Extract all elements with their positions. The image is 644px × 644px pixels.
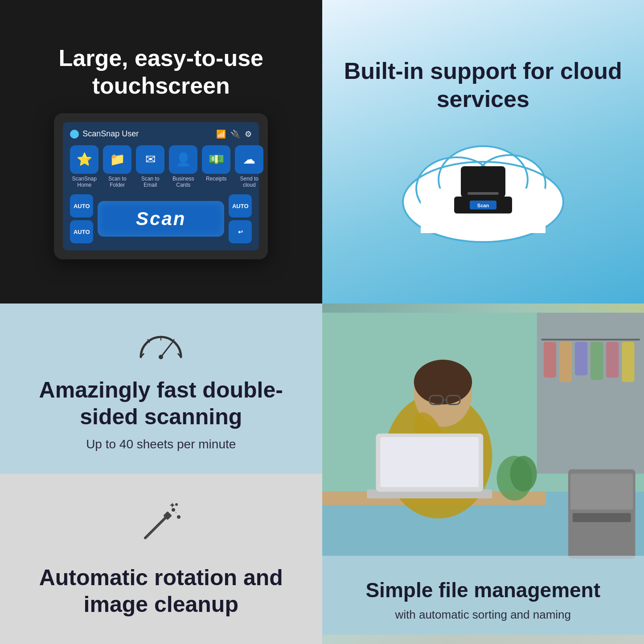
wifi-icon: 📶 [216, 129, 226, 139]
svg-rect-31 [537, 313, 644, 474]
cloud-container: Scan [394, 131, 572, 246]
auto-btn-3[interactable]: AUTO [229, 194, 252, 217]
fast-scan-subtitle: Up to 40 sheets per minute [86, 437, 236, 451]
cloud-svg: Scan [394, 131, 572, 246]
magic-wand-icon: ✦ · · [134, 500, 188, 551]
svg-rect-33 [543, 342, 556, 377]
touchscreen-title: Large, easy-to-use touchscreen [18, 44, 304, 100]
svg-rect-37 [606, 342, 619, 377]
svg-rect-10 [468, 192, 499, 195]
scan-row: AUTO AUTO Scan AUTO ↩ [70, 194, 252, 243]
svg-text:Scan: Scan [477, 203, 489, 208]
cell-left-bottom: Amazingly fast double-sided scanning Up … [0, 304, 322, 644]
auto-btn-2[interactable]: AUTO [70, 220, 93, 243]
business-cards-icon[interactable]: 👤 [169, 145, 197, 174]
screen-user: ScanSnap User [70, 129, 139, 139]
svg-rect-52 [572, 513, 630, 522]
gear-icon: ⚙ [245, 129, 252, 139]
scan-email-label: Scan to Email [136, 176, 164, 189]
app-icons-row: ⭐ ScanSnap Home 📁 Scan to Folder ✉ Scan … [70, 145, 252, 189]
receipts-label: Receipts [206, 176, 227, 182]
svg-line-21 [145, 516, 168, 538]
svg-line-19 [161, 343, 172, 357]
speedometer-icon [134, 326, 188, 363]
main-grid: Large, easy-to-use touchscreen ScanSnap … [0, 0, 644, 644]
app-business-cards[interactable]: 👤 Business Cards [169, 145, 197, 189]
screen-header: ScanSnap User 📶 🔌 ⚙ [70, 129, 252, 139]
svg-point-24 [177, 515, 180, 519]
app-scansnap-home[interactable]: ⭐ ScanSnap Home [70, 145, 98, 189]
svg-rect-38 [622, 342, 634, 382]
scansnap-home-icon[interactable]: ⭐ [70, 145, 98, 174]
usb-icon: 🔌 [230, 129, 240, 139]
file-mgmt-subtitle: with automatic sorting and naming [345, 608, 622, 622]
fast-scan-title: Amazingly fast double-sided scanning [22, 377, 300, 430]
receipts-icon[interactable]: 💵 [202, 145, 230, 174]
user-dot-icon [70, 130, 79, 139]
scan-button[interactable]: Scan [98, 201, 224, 237]
app-receipts[interactable]: 💵 Receipts [202, 145, 230, 189]
cloud-title: Built-in support for cloud services [340, 57, 627, 113]
scan-folder-label: Scan to Folder [103, 176, 131, 189]
scan-email-icon[interactable]: ✉ [136, 145, 164, 174]
cell-fast-scan: Amazingly fast double-sided scanning Up … [0, 304, 322, 474]
scan-side-icons: AUTO AUTO [70, 194, 93, 243]
svg-rect-35 [574, 342, 587, 375]
arrow-btn[interactable]: ↩ [229, 220, 252, 243]
cell-cloud: Built-in support for cloud services [322, 0, 644, 304]
cell-auto-rotate: ✦ · · Automatic rotation and image clean… [0, 474, 322, 644]
cell-touchscreen: Large, easy-to-use touchscreen ScanSnap … [0, 0, 322, 304]
send-cloud-icon[interactable]: ☁ [235, 145, 263, 174]
svg-rect-51 [570, 474, 632, 509]
auto-rotate-title: Automatic rotation and image cleanup [22, 564, 300, 618]
scan-folder-icon[interactable]: 📁 [103, 145, 131, 174]
send-cloud-label: Send to cloud [235, 176, 263, 189]
screen-status-icons: 📶 🔌 ⚙ [216, 129, 252, 139]
scanner-device: ScanSnap User 📶 🔌 ⚙ ⭐ ScanSnap Home 📁 [54, 113, 268, 260]
svg-text:·: · [175, 509, 177, 516]
svg-text:✦: ✦ [169, 501, 176, 510]
user-name: ScanSnap User [82, 129, 139, 139]
app-send-cloud[interactable]: ☁ Send to cloud [235, 145, 263, 189]
svg-point-20 [159, 355, 163, 359]
svg-rect-34 [559, 342, 571, 382]
svg-rect-36 [591, 342, 603, 380]
business-cards-label: Business Cards [169, 176, 197, 189]
scansnap-home-label: ScanSnap Home [70, 176, 98, 189]
svg-rect-49 [380, 437, 479, 487]
scan-side-icons-right: AUTO ↩ [229, 194, 252, 243]
svg-point-54 [510, 456, 537, 492]
cell-file-mgmt: Simple file management with automatic so… [322, 304, 644, 644]
app-scan-email[interactable]: ✉ Scan to Email [136, 145, 164, 189]
svg-text:·: · [177, 501, 178, 506]
file-mgmt-text-overlay: Simple file management with automatic so… [322, 556, 644, 644]
auto-btn-1[interactable]: AUTO [70, 194, 93, 217]
app-scan-folder[interactable]: 📁 Scan to Folder [103, 145, 131, 189]
touchscreen-display: ScanSnap User 📶 🔌 ⚙ ⭐ ScanSnap Home 📁 [63, 122, 259, 251]
file-mgmt-title: Simple file management [345, 578, 622, 603]
